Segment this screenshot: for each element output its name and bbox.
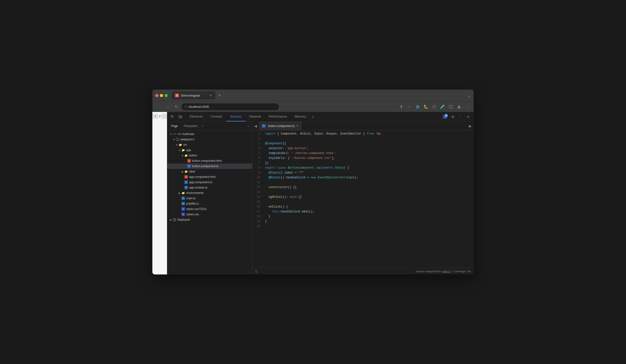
- close-devtools-icon[interactable]: ✕: [465, 113, 472, 120]
- extension3-icon[interactable]: [431, 103, 438, 110]
- line-num-8: 8: [252, 165, 262, 170]
- zoom-value: 0: [158, 115, 161, 118]
- devtools-panel: Elements Console Sources Network Perform…: [167, 112, 474, 274]
- inspect-element-icon[interactable]: [169, 113, 176, 120]
- editor-statusbar: {} (source mapped from main.js ) Coverag…: [252, 268, 474, 274]
- maximize-traffic-light[interactable]: [164, 94, 168, 97]
- tab-network[interactable]: Network: [246, 112, 265, 121]
- window-chevron[interactable]: ⌄: [468, 93, 471, 98]
- tree-item-button-ts[interactable]: T button.component.ts: [167, 164, 252, 169]
- reload-icon: ↻: [175, 104, 178, 109]
- more-options-icon[interactable]: ⋮: [464, 103, 471, 110]
- editor-collapse-button[interactable]: ▶: [467, 124, 474, 128]
- forward-button[interactable]: →: [164, 103, 171, 110]
- app-module-icon: T: [184, 186, 188, 189]
- editor-prev-tab[interactable]: ◀: [252, 122, 259, 130]
- main-content: + 0 - Elements: [152, 112, 474, 274]
- code-line-9: @Input() label = "?": [265, 170, 471, 175]
- tree-item-styles-hash[interactable]: C styles.css?231c: [167, 206, 252, 212]
- code-line-10: @Output() handleClick = new EventEmitter…: [265, 175, 471, 180]
- line-num-5: 5: [252, 151, 262, 156]
- console-drawer-icon[interactable]: 1: [441, 113, 448, 120]
- line-num-6: 6: [252, 156, 262, 161]
- tree-item-styles-css[interactable]: S styles.css: [167, 212, 252, 217]
- tab-elements[interactable]: Elements: [186, 112, 207, 121]
- source-mapped-text: (source mapped from: [416, 270, 441, 273]
- tree-item-app-html[interactable]: H app.component.html: [167, 174, 252, 180]
- devtools-body: Page Filesystem » ⋮ ▼: [167, 122, 474, 274]
- code-line-19: }: [265, 219, 471, 224]
- src-arrow: ▼: [175, 144, 178, 146]
- close-traffic-light[interactable]: [155, 94, 158, 97]
- user-icon[interactable]: [456, 103, 463, 110]
- zoom-minus-button[interactable]: -: [161, 114, 167, 119]
- customize-icon[interactable]: ⋮: [457, 113, 464, 120]
- new-tab-button[interactable]: +: [216, 93, 223, 98]
- sources-sidebar: Page Filesystem » ⋮ ▼: [167, 122, 252, 274]
- main-ts-icon: T: [181, 196, 185, 200]
- authored-icon: </>: [173, 132, 176, 136]
- subtab-filesystem[interactable]: Filesystem: [181, 122, 200, 130]
- minimize-traffic-light[interactable]: [160, 94, 163, 97]
- bookmark-icon[interactable]: ☆: [406, 103, 413, 110]
- device-toolbar-icon[interactable]: [177, 113, 184, 120]
- zoom-plus-button[interactable]: +: [153, 114, 158, 119]
- tab-sources[interactable]: Sources: [226, 112, 246, 121]
- tree-item-app[interactable]: ▼ 📁 app: [167, 147, 252, 153]
- tree-item-app-module[interactable]: T app.module.ts: [167, 185, 252, 190]
- extension5-icon[interactable]: [447, 103, 454, 110]
- back-button[interactable]: ←: [155, 103, 162, 110]
- app-label: app: [186, 148, 191, 152]
- tree-item-button-html[interactable]: H button.component.html: [167, 158, 252, 164]
- code-editor: ◀ T button.component.ts ✕ ▶: [252, 122, 474, 274]
- app-ts-icon: T: [184, 180, 188, 184]
- more-tabs-button[interactable]: »: [310, 112, 316, 121]
- tree-item-main-ts[interactable]: T main.ts: [167, 196, 252, 201]
- styles-css-icon: S: [181, 212, 185, 216]
- line-numbers: 1 2 3 4 5 6 7 8 9 10 11 12 13: [252, 130, 262, 268]
- tree-item-environments[interactable]: ▶ 📁 environments: [167, 190, 252, 196]
- tab-title: DemoAngular: [181, 94, 200, 97]
- tree-item-authored[interactable]: ▼ </> </> Authored: [167, 131, 252, 137]
- tab-console[interactable]: Console: [207, 112, 226, 121]
- editor-active-tab[interactable]: T button.component.ts ✕: [259, 122, 302, 130]
- settings-icon[interactable]: ⚙: [449, 113, 456, 120]
- traffic-lights: [155, 94, 168, 97]
- tree-item-deployed[interactable]: ▶ Deployed: [167, 217, 252, 222]
- reload-button[interactable]: ↻: [173, 103, 180, 110]
- svg-point-2: [433, 105, 436, 108]
- line-num-14: 14: [252, 195, 262, 200]
- extension2-icon[interactable]: 🐛: [423, 103, 429, 110]
- sources-subtabs: Page Filesystem » ⋮: [167, 122, 252, 130]
- code-line-1: import { Component, OnInit, Input, Outpu…: [265, 131, 471, 136]
- code-line-16: onClick() {: [265, 204, 471, 209]
- main-js-link[interactable]: main.js: [442, 270, 451, 273]
- tab-memory[interactable]: Memory: [291, 112, 310, 121]
- tree-item-src[interactable]: ▼ 📁 src: [167, 142, 252, 147]
- editor-tab-close[interactable]: ✕: [296, 124, 298, 127]
- tree-item-polyfills[interactable]: T polyfills.ts: [167, 201, 252, 206]
- button-ts-label: button.component.ts: [192, 164, 219, 168]
- tab-close-button[interactable]: ✕: [210, 94, 212, 97]
- title-bar: A DemoAngular ✕ + ⌄: [152, 90, 474, 101]
- tree-item-app-ts[interactable]: T app.component.ts: [167, 180, 252, 185]
- tree-item-label-folder[interactable]: ▶ 📁 label: [167, 169, 252, 174]
- styles-hash-icon: C: [181, 207, 185, 211]
- label-folder-icon: 📁: [184, 170, 188, 174]
- tab-performance[interactable]: Performance: [265, 112, 291, 121]
- svg-point-4: [458, 105, 460, 107]
- subtab-more-button[interactable]: »: [200, 124, 204, 128]
- extension4-icon[interactable]: 🧪: [439, 103, 446, 110]
- browser-tab[interactable]: A DemoAngular ✕: [172, 91, 215, 100]
- format-button[interactable]: {}: [255, 270, 257, 273]
- address-input[interactable]: ⓘ localhost:4200: [182, 103, 279, 110]
- share-icon[interactable]: ⬆: [398, 103, 404, 110]
- subtab-page[interactable]: Page: [168, 122, 181, 130]
- extension1-icon[interactable]: 🌐: [414, 103, 421, 110]
- webpack-label: webpack://: [180, 138, 194, 141]
- subtab-menu-button[interactable]: ⋮: [245, 123, 251, 129]
- tree-item-button-folder[interactable]: ▼ 📁 button: [167, 153, 252, 158]
- button-html-label: button.component.html: [192, 159, 222, 163]
- code-content[interactable]: import { Component, OnInit, Input, Outpu…: [262, 130, 474, 268]
- tree-item-webpack[interactable]: ▼ webpack://: [167, 137, 252, 142]
